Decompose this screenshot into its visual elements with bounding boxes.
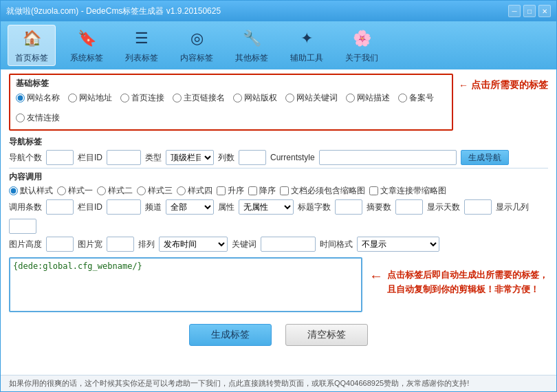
content-call-section: 内容调用 默认样式 样式一 样式二 样式三 [9,171,548,252]
call-count-input[interactable] [46,199,74,215]
style-default-label[interactable]: 默认样式 [20,185,53,197]
toolbar-item-content[interactable]: ◎ 内容标签 [173,25,221,66]
toolbar-item-other[interactable]: 🔧 其他标签 [228,25,276,66]
basic-tag-beian: 备案号 [398,92,434,104]
mainlink-label[interactable]: 主页链接名 [184,92,225,104]
homepage-label[interactable]: 首页连接 [131,92,164,104]
window-controls: ─ □ ✕ [508,5,551,17]
keywords-call-input[interactable] [261,237,316,252]
channel-select[interactable]: 全部 文章 图集 [166,199,214,215]
tools-label: 辅助工具 [290,52,323,64]
homepage-radio[interactable] [120,94,129,102]
sort-desc-checkbox[interactable] [248,186,257,195]
currentstyle-input[interactable] [319,150,457,165]
nav-tags-form: 导航个数 栏目ID 类型 顶级栏目 子栏目 全部 列数 Currentstyle… [9,150,548,165]
img-width-input[interactable] [107,237,134,252]
output-textarea[interactable]: {dede:global.cfg_webname/} [9,257,362,312]
output-wrapper: {dede:global.cfg_webname/} ← 点击标签后即自动生成出… [9,254,548,318]
style3-radio[interactable] [137,186,146,195]
description-label[interactable]: 网站描述 [357,92,390,104]
keywords-radio[interactable] [285,94,294,102]
basic-tags-label: 基础标签 [16,78,49,89]
annotation-block: 点击标签后即自动生成出所需要的标签， 且自动复制到你的剪辑板！非常方便！ [387,268,548,297]
toolbar-item-system[interactable]: 🔖 系统标签 [63,25,111,66]
style2-item: 样式二 [97,185,133,197]
nav-cols-input[interactable] [239,150,266,165]
call-catid-input[interactable] [107,199,141,215]
style4-label[interactable]: 样式四 [188,185,212,197]
nav-type-select[interactable]: 顶级栏目 子栏目 全部 [166,150,214,165]
sort-asc-label[interactable]: 升序 [228,185,244,197]
style4-radio[interactable] [177,186,186,195]
link-summary-label[interactable]: 文章连接带缩略图 [380,185,446,197]
description-radio[interactable] [346,94,355,102]
close-button[interactable]: ✕ [538,5,551,17]
style3-item: 样式三 [137,185,173,197]
content-icon: ◎ [186,28,208,50]
nav-cols-label: 列数 [218,152,234,164]
attr-select[interactable]: 无属性 推荐 置顶 头条 [239,199,294,215]
copyright-radio[interactable] [233,94,242,102]
title-bar: 就做啦(9zuola.com) - DedeCms标签生成器 v1.9.2015… [1,1,556,21]
maximize-button[interactable]: □ [523,5,536,17]
nav-count-input[interactable] [46,150,74,165]
basic-tag-description: 网站描述 [346,92,390,104]
clear-button[interactable]: 清空标签 [285,324,368,346]
copyright-label[interactable]: 网站版权 [244,92,277,104]
basic-tag-homepage: 首页连接 [120,92,164,104]
toolbar-item-about[interactable]: 🌸 关于我们 [338,25,386,66]
toolbar-item-tools[interactable]: ✦ 辅助工具 [283,25,331,66]
time-format-select[interactable]: 不显示 Y-m-d Y/m/d [357,237,439,252]
webname-radio[interactable] [16,94,25,102]
show-cols-input[interactable] [9,219,36,234]
annotation-line2: 且自动复制到你的剪辑板！非常方便！ [387,283,548,297]
system-label: 系统标签 [70,52,103,64]
toolbar-item-list[interactable]: ☰ 列表标签 [118,25,166,66]
basic-tag-keywords: 网站关键词 [285,92,338,104]
list-label: 列表标签 [125,52,158,64]
show-days-input[interactable] [464,199,492,215]
annotation-click-label: 点击所需要的标签 [471,79,548,91]
content-label: 内容标签 [180,52,213,64]
style1-radio[interactable] [57,186,66,195]
weburl-radio[interactable] [68,94,77,102]
footer-text: 如果你用的很爽的话，这个时候其实你还是可以考虑助一下我们，点此直接跳转赞助页面，… [9,378,469,389]
webname-label[interactable]: 网站名称 [27,92,60,104]
must-summary-checkbox[interactable] [280,186,289,195]
order-select[interactable]: 发布时间 更新时间 点击量 [159,237,228,252]
friendlink-radio[interactable] [16,113,25,122]
sort-desc-label[interactable]: 降序 [259,185,276,197]
img-height-input[interactable] [46,237,74,252]
minimize-button[interactable]: ─ [508,5,521,17]
style3-label[interactable]: 样式三 [148,185,173,197]
style1-label[interactable]: 样式一 [68,185,93,197]
show-cols-label: 显示几列 [496,202,529,213]
style2-radio[interactable] [97,186,106,195]
summary-len-input[interactable] [395,199,423,215]
basic-tag-copyright: 网站版权 [233,92,277,104]
generate-nav-button[interactable]: 生成导航 [461,150,509,165]
friendlink-label[interactable]: 友情连接 [27,112,60,124]
link-summary-checkbox[interactable] [369,186,378,195]
other-icon: 🔧 [241,28,263,50]
basic-tag-friendlink: 友情连接 [16,112,60,124]
img-width-label: 图片宽 [78,239,102,250]
main-content: 基础标签 网站名称 网站地址 首页连接 主页链接名 网站版权 网站关键词 网站描… [1,69,556,375]
generate-button[interactable]: 生成标签 [189,324,272,346]
nav-catid-input[interactable] [107,150,141,165]
toolbar-item-home[interactable]: 🏠 首页标签 [8,25,56,66]
weburl-label[interactable]: 网站地址 [79,92,112,104]
style2-label[interactable]: 样式二 [108,185,133,197]
mainlink-radio[interactable] [173,94,182,102]
attr-label: 属性 [218,202,234,213]
beian-label[interactable]: 备案号 [409,92,434,104]
tools-icon: ✦ [296,28,318,50]
style-default-radio[interactable] [9,186,18,195]
keywords-label[interactable]: 网站关键词 [296,92,338,104]
currentstyle-label: Currentstyle [270,153,315,162]
sort-asc-checkbox[interactable] [217,186,226,195]
must-summary-label[interactable]: 文档必须包含缩略图 [291,185,365,197]
beian-radio[interactable] [398,94,407,102]
title-len-input[interactable] [335,199,362,215]
about-icon: 🌸 [351,28,373,50]
